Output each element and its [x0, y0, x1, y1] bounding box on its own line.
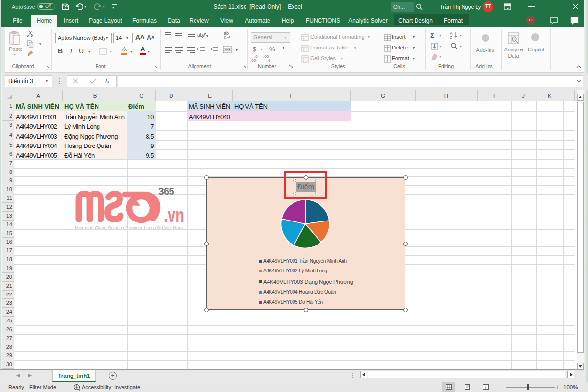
svg-text:365: 365: [158, 185, 174, 196]
svg-text:.vn: .vn: [164, 204, 184, 226]
svg-text:Microsoft Cloud Solution Provi: Microsoft Cloud Solution Provider hàng đ…: [75, 225, 183, 230]
svg-text:Z: Z: [450, 35, 452, 39]
svg-text:ab: ab: [197, 32, 203, 38]
svg-text:c: c: [224, 35, 226, 39]
